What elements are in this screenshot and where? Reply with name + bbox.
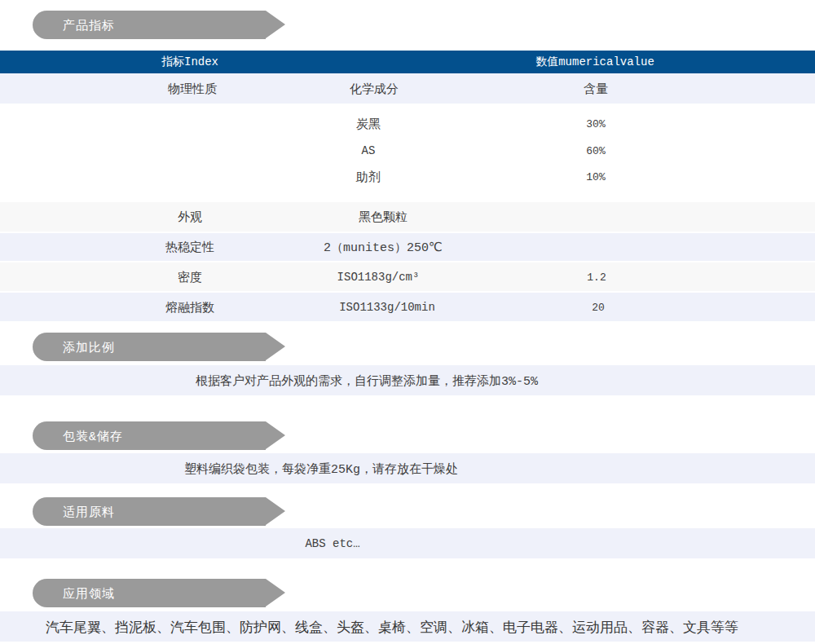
table-row-additive: 助剂 10% <box>0 164 815 190</box>
banner-materials-label: 适用原料 <box>63 504 115 519</box>
materials-note: ABS etc… <box>305 537 359 550</box>
banner-add-ratio: 添加比例 <box>33 333 266 361</box>
component-value: 60% <box>586 145 605 157</box>
property-spec: 2（munites）250℃ <box>324 240 443 255</box>
banner-product-specs: 产品指标 <box>33 11 266 39</box>
property-name: 热稳定性 <box>165 240 214 255</box>
packaging-note: 塑料编织袋包装，每袋净重25Kg，请存放在干燥处 <box>184 461 458 476</box>
table-subheader-row: 物理性质 化学成分 含量 <box>0 73 815 104</box>
property-name: 外观 <box>178 210 202 225</box>
table-row-carbon-black: 炭黑 30% <box>0 111 815 137</box>
component-value: 30% <box>586 118 605 130</box>
add-ratio-note: 根据客户对产品外观的需求，自行调整添加量，推荐添加3%-5% <box>196 373 538 388</box>
component-value: 10% <box>586 171 605 183</box>
product-spec-page: 产品指标 指标Index 数值mumericalvalue 物理性质 化学成分 … <box>0 0 815 644</box>
component-name: AS <box>362 144 376 157</box>
banner-applications: 应用领域 <box>33 579 266 607</box>
banner-materials: 适用原料 <box>33 497 266 526</box>
table-header-index: 指标Index <box>161 55 218 69</box>
applications-note: 汽车尾翼、挡泥板、汽车包围、防护网、线盒、头盔、桌椅、空调、冰箱、电子电器、运动… <box>46 617 738 636</box>
table-header-value: 数值mumericalvalue <box>535 55 654 69</box>
property-name: 密度 <box>178 269 202 285</box>
table-row-appearance: 外观 黑色颗粒 <box>0 202 815 232</box>
subheader-physical: 物理性质 <box>168 81 217 96</box>
banner-add-ratio-label: 添加比例 <box>63 339 115 355</box>
table-row-thermal-stability: 热稳定性 2（munites）250℃ <box>0 233 815 261</box>
applications-strip: 汽车尾翼、挡泥板、汽车包围、防护网、线盒、头盔、桌椅、空调、冰箱、电子电器、运动… <box>0 611 815 642</box>
packaging-strip: 塑料编织袋包装，每袋净重25Kg，请存放在干燥处 <box>0 453 815 483</box>
property-name: 熔融指数 <box>165 299 214 315</box>
table-row-as: AS 60% <box>0 138 815 164</box>
subheader-content: 含量 <box>584 81 608 96</box>
subheader-chemical: 化学成分 <box>350 81 399 96</box>
property-value: 20 <box>592 301 605 313</box>
table-row-melt-index: 熔融指数 ISO1133g/10min 20 <box>0 293 815 321</box>
property-value: 1.2 <box>587 271 606 283</box>
banner-packaging-label: 包装&储存 <box>63 428 123 443</box>
component-name: 助剂 <box>356 170 381 185</box>
banner-product-specs-label: 产品指标 <box>63 17 115 33</box>
table-header-row: 指标Index 数值mumericalvalue <box>0 51 815 73</box>
property-spec: ISO1183g/cm³ <box>337 271 420 284</box>
component-name: 炭黑 <box>356 117 381 132</box>
property-spec: ISO1133g/10min <box>339 301 435 314</box>
materials-strip: ABS etc… <box>0 528 815 558</box>
add-ratio-strip: 根据客户对产品外观的需求，自行调整添加量，推荐添加3%-5% <box>0 365 815 395</box>
banner-packaging: 包装&储存 <box>33 421 266 450</box>
table-row-density: 密度 ISO1183g/cm³ 1.2 <box>0 262 815 291</box>
banner-applications-label: 应用领域 <box>63 585 115 601</box>
property-spec: 黑色颗粒 <box>359 210 408 225</box>
